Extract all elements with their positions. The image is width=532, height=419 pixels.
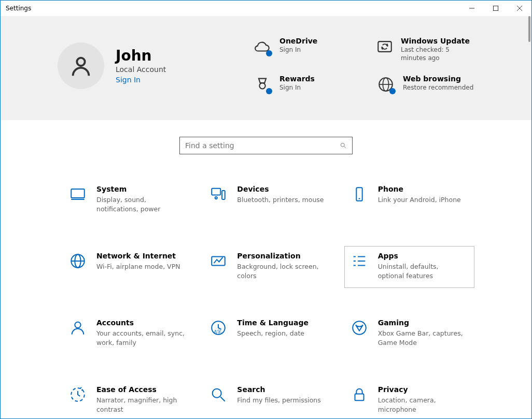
person-icon (69, 54, 93, 78)
hero-tile-title: OneDrive (279, 37, 317, 45)
category-devices[interactable]: DevicesBluetooth, printers, mouse (203, 179, 333, 221)
ease-icon (68, 385, 87, 404)
svg-rect-5 (378, 41, 391, 52)
svg-rect-15 (222, 191, 225, 199)
hero-tile-sub: Last checked: 5 minutes ago (401, 46, 474, 62)
search-row (1, 120, 531, 164)
status-dot-icon (266, 50, 272, 56)
hero-tile-sub: Sign In (279, 46, 317, 54)
scrollbar[interactable] (528, 16, 530, 42)
maximize-button[interactable] (484, 1, 508, 16)
category-title: Devices (237, 185, 324, 193)
category-apps[interactable]: AppsUninstall, defaults, optional featur… (344, 246, 474, 288)
category-title: Phone (378, 185, 461, 193)
search-input[interactable] (185, 141, 340, 150)
svg-rect-14 (212, 189, 221, 195)
category-phone[interactable]: PhoneLink your Android, iPhone (344, 179, 474, 221)
svg-rect-12 (71, 189, 85, 198)
category-title: Accounts (96, 319, 185, 327)
category-network[interactable]: Network & InternetWi-Fi, airplane mode, … (63, 246, 193, 288)
gaming-icon (350, 319, 369, 337)
hero-band: John Local Account Sign In OneDrive Sign… (1, 16, 531, 120)
system-icon (68, 185, 87, 204)
search-icon (209, 385, 228, 404)
svg-line-35 (221, 397, 226, 401)
hero-tile-title: Web browsing (403, 75, 473, 83)
time-icon: A字 (209, 319, 228, 337)
svg-text:A字: A字 (214, 330, 222, 335)
category-title: Search (237, 385, 320, 394)
category-system[interactable]: SystemDisplay, sound, notifications, pow… (63, 179, 193, 221)
category-title: Ease of Access (96, 385, 185, 394)
category-sub: Background, lock screen, colors (237, 262, 325, 280)
accounts-icon (68, 319, 87, 337)
status-dot-icon (389, 88, 396, 94)
category-grid: SystemDisplay, sound, notifications, pow… (1, 164, 531, 418)
minimize-button[interactable] (460, 1, 484, 16)
category-sub: Link your Android, iPhone (378, 195, 461, 205)
category-sub: Uninstall, defaults, optional features (378, 262, 466, 280)
sync-icon (376, 38, 394, 55)
hero-tile-sub: Sign In (279, 84, 315, 92)
profile-account-type: Local Account (116, 65, 166, 74)
svg-point-10 (341, 143, 344, 147)
category-sub: Your accounts, email, sync, work, family (96, 329, 185, 347)
search-icon (340, 142, 347, 149)
category-title: Apps (378, 252, 466, 260)
category-title: Personalization (237, 252, 325, 260)
category-title: Privacy (378, 385, 466, 394)
category-gaming[interactable]: GamingXbox Game Bar, captures, Game Mode (344, 313, 474, 355)
profile-name: John (116, 47, 166, 64)
avatar (58, 42, 104, 89)
phone-icon (350, 185, 369, 204)
category-sub: Narrator, magnifier, high contrast (96, 396, 185, 414)
privacy-icon (350, 385, 369, 404)
window-title: Settings (6, 5, 31, 12)
svg-point-32 (353, 321, 366, 335)
svg-point-6 (259, 83, 265, 89)
svg-point-29 (75, 322, 80, 328)
devices-icon (209, 185, 228, 204)
profile-block[interactable]: John Local Account Sign In (58, 37, 166, 94)
category-personal[interactable]: PersonalizationBackground, lock screen, … (203, 246, 333, 288)
svg-line-11 (344, 147, 346, 148)
category-sub: Speech, region, date (237, 329, 309, 338)
profile-signin-link[interactable]: Sign In (116, 76, 166, 84)
personal-icon (209, 252, 228, 270)
category-sub: Xbox Game Bar, captures, Game Mode (378, 329, 466, 347)
category-sub: Display, sound, notifications, power (96, 195, 185, 213)
category-title: System (96, 185, 185, 193)
hero-tile-sub: Restore recommended (403, 84, 473, 92)
settings-window: Settings John Local Account Sign In (0, 0, 532, 419)
apps-icon (350, 252, 369, 270)
network-icon (68, 252, 87, 270)
category-ease[interactable]: Ease of AccessNarrator, magnifier, high … (63, 380, 193, 418)
category-title: Gaming (378, 319, 466, 327)
hero-tile-windows-update[interactable]: Windows Update Last checked: 5 minutes a… (376, 37, 474, 62)
hero-tile-onedrive[interactable]: OneDrive Sign In (253, 37, 351, 62)
svg-point-16 (215, 197, 217, 199)
category-privacy[interactable]: PrivacyLocation, camera, microphone (344, 380, 474, 418)
category-title: Network & Internet (96, 252, 180, 260)
hero-tile-rewards[interactable]: Rewards Sign In (253, 75, 351, 94)
svg-rect-1 (494, 6, 498, 11)
category-title: Time & Language (237, 319, 309, 327)
category-sub: Location, camera, microphone (378, 396, 466, 414)
category-accounts[interactable]: AccountsYour accounts, email, sync, work… (63, 313, 193, 355)
status-dot-icon (266, 88, 272, 94)
hero-tile-title: Windows Update (401, 37, 474, 45)
svg-point-34 (213, 389, 221, 398)
category-time[interactable]: A字Time & LanguageSpeech, region, date (203, 313, 333, 355)
hero-tile-web-browsing[interactable]: Web browsing Restore recommended (376, 75, 474, 94)
close-button[interactable] (508, 1, 531, 16)
titlebar: Settings (1, 1, 531, 16)
content-area: John Local Account Sign In OneDrive Sign… (1, 16, 531, 418)
search-box[interactable] (179, 137, 353, 154)
hero-tile-title: Rewards (279, 75, 315, 83)
svg-point-4 (77, 57, 85, 65)
svg-rect-36 (355, 394, 363, 401)
category-sub: Wi-Fi, airplane mode, VPN (96, 262, 180, 271)
category-sub: Bluetooth, printers, mouse (237, 195, 324, 205)
category-search[interactable]: SearchFind my files, permissions (203, 380, 333, 418)
category-sub: Find my files, permissions (237, 396, 320, 405)
